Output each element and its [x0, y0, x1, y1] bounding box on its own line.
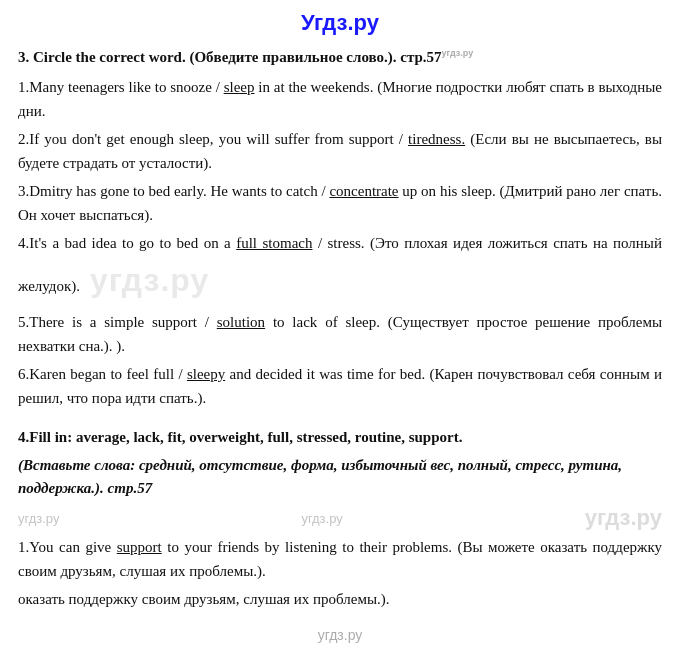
watermark-left: угдз.ру [18, 511, 59, 526]
answer-3: concentrate [329, 183, 398, 199]
ex4-answer-1: support [117, 539, 162, 555]
sentence-3: 3.Dmitry has gone to bed early. He wants… [18, 179, 662, 227]
answer-6: sleepy [187, 366, 225, 382]
exercise-4-block: 4.Fill in: average, lack, fit, overweigh… [18, 426, 662, 612]
watermark-right: угдз.ру [585, 505, 662, 531]
heading-watermark-sup: угдз.ру [442, 48, 474, 58]
site-title: Угдз.ру [18, 10, 662, 36]
answer-2: tiredness. [408, 131, 465, 147]
exercise-4-subheading: (Вставьте слова: средний, отсутствие, фо… [18, 454, 662, 499]
ex4-sentence-1-cont: оказать поддержку своим друзьям, слушая … [18, 587, 662, 611]
ex4-sentence-1: 1.You can give support to your friends b… [18, 535, 662, 583]
sentence-2: 2.If you don't get enough sleep, you wil… [18, 127, 662, 175]
exercise-3-block: 3. Circle the correct word. (Обведите пр… [18, 46, 662, 410]
watermark-center: угдз.ру [301, 511, 342, 526]
sentence-4: 4.It's a bad idea to go to bed on a full… [18, 231, 662, 306]
bottom-watermark: угдз.ру [18, 627, 662, 643]
watermark-row: угдз.ру угдз.ру угдз.ру [18, 505, 662, 531]
answer-5: solution [217, 314, 265, 330]
exercise-3-heading: 3. Circle the correct word. (Обведите пр… [18, 46, 662, 69]
sentence-1: 1.Many teenagers like to snooze / sleep … [18, 75, 662, 123]
answer-1: sleep [224, 79, 255, 95]
sentence-6: 6.Karen began to feel full / sleepy and … [18, 362, 662, 410]
answer-4: full stomach [236, 235, 312, 251]
exercise-3-heading-text: 3. Circle the correct word. (Обведите пр… [18, 49, 442, 65]
sentence-5: 5.There is a simple support / solution t… [18, 310, 662, 358]
exercise-4-heading: 4.Fill in: average, lack, fit, overweigh… [18, 426, 662, 449]
